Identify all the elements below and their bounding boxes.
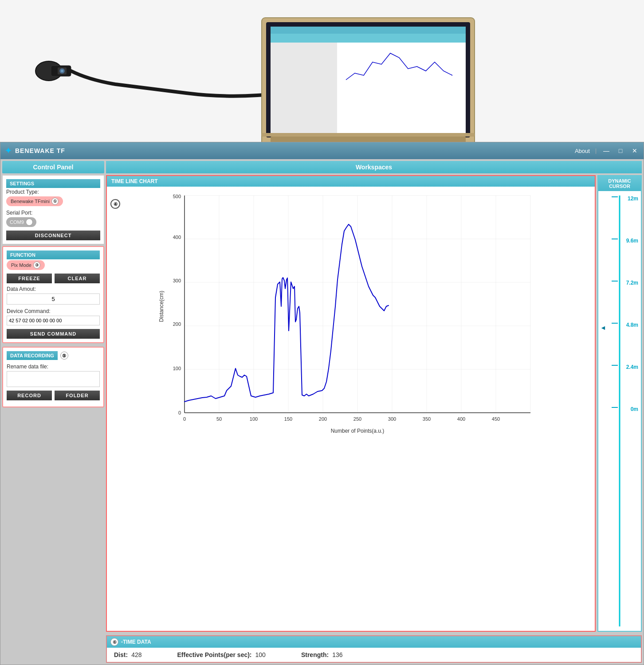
about-button[interactable]: About — [575, 148, 590, 154]
serial-port-value: COM9 — [10, 219, 24, 225]
device-command-input[interactable] — [7, 316, 100, 325]
rt-header: ⑥ -TIME DATA — [107, 636, 641, 648]
data-amount-input[interactable] — [7, 293, 100, 305]
cursor-scale-line — [619, 196, 620, 626]
serial-port-label: Serial Port: — [6, 210, 100, 216]
cursor-scale: 12m 9.6m 7.2m 4.8m ◄ 2.4m 0m — [598, 191, 641, 631]
product-type-tag[interactable]: Benewake TFmini ① — [6, 196, 63, 206]
svg-text:450: 450 — [492, 416, 500, 422]
record-button[interactable]: RECORD — [7, 391, 52, 400]
chart-and-cursor: TIME LINE CHART ④ — [106, 175, 642, 632]
rename-label: Rename data file: — [7, 364, 100, 370]
chart-badge-4: ④ — [110, 199, 120, 209]
serial-port-row: Serial Port: COM9 ② — [6, 210, 100, 227]
cursor-label-12m: 12m — [628, 196, 638, 202]
effective-value: 100 — [255, 651, 266, 658]
tick-9_6m — [612, 239, 618, 239]
folder-button[interactable]: FOLDER — [55, 391, 100, 400]
svg-text:200: 200 — [173, 321, 181, 327]
product-type-value: Benewake TFmini — [11, 199, 50, 204]
chart-title: TIME LINE CHART — [107, 176, 595, 187]
strength-value: 136 — [332, 651, 342, 658]
settings-label: SETTINGS — [6, 179, 100, 188]
effective-item: Effective Points(per sec): 100 — [177, 651, 265, 658]
tick-7_2m — [612, 281, 618, 282]
svg-text:400: 400 — [173, 235, 181, 240]
svg-rect-12 — [271, 34, 337, 133]
left-panel: Control Panel SETTINGS Product Type: Ben… — [2, 161, 104, 663]
pix-mode-value: Pix Mode — [11, 262, 31, 268]
chart-title-label: TIME LINE CHART — [111, 178, 158, 184]
cursor-label-7_2m: 7.2m — [626, 280, 638, 286]
svg-text:350: 350 — [423, 416, 431, 422]
freeze-button[interactable]: FREEZE — [7, 274, 52, 283]
disconnect-button[interactable]: DISCONNECT — [6, 231, 100, 240]
product-type-num: ① — [51, 198, 59, 205]
cursor-label-2_4m: 2.4m — [626, 364, 638, 370]
svg-rect-16 — [262, 133, 475, 137]
product-type-row: Product Type: Benewake TFmini ① — [6, 189, 100, 206]
app-window: ✦ BENEWAKE TF About | — □ ✕ Control Pane… — [0, 142, 644, 665]
data-recording-section: DATA RECORDING ⑤ Rename data file: RECOR… — [2, 347, 104, 407]
realtime-bar: ⑥ -TIME DATA Dist: 428 Effective Points(… — [106, 635, 642, 663]
tick-4_8m — [612, 323, 618, 324]
svg-point-5 — [61, 70, 63, 72]
svg-rect-13 — [337, 34, 466, 133]
app-content: Control Panel SETTINGS Product Type: Ben… — [0, 159, 644, 665]
cursor-label-9_6m: 9.6m — [626, 238, 638, 244]
cursor-arrow-icon: ◄ — [600, 324, 606, 331]
title-bar-right: About | — □ ✕ — [575, 147, 639, 154]
hardware-image — [0, 0, 644, 142]
data-amount-label: Data Amout: — [7, 286, 100, 292]
timeline-chart-svg: 0 100 200 300 400 500 0 50 100 150 — [107, 191, 590, 439]
rt-body: Dist: 428 Effective Points(per sec): 100… — [107, 648, 641, 662]
effective-label: Effective Points(per sec): — [177, 651, 251, 658]
pix-mode-tag[interactable]: Pix Mode ③ — [7, 260, 45, 270]
svg-text:Distance(cm): Distance(cm) — [158, 291, 165, 322]
send-command-button[interactable]: SEND COMMAND — [7, 329, 100, 339]
rename-input[interactable] — [7, 371, 100, 387]
rt-title: -TIME DATA — [121, 639, 151, 645]
pix-mode-num: ③ — [33, 262, 40, 269]
title-bar: ✦ BENEWAKE TF About | — □ ✕ — [0, 142, 644, 159]
svg-text:500: 500 — [173, 194, 181, 199]
app-logo-icon: ✦ — [5, 146, 12, 156]
svg-text:250: 250 — [353, 416, 361, 422]
strength-label: Strength: — [301, 651, 329, 658]
close-button[interactable]: ✕ — [630, 147, 639, 154]
chart-area: TIME LINE CHART ④ — [106, 175, 596, 632]
chart-inner: ④ — [107, 187, 595, 628]
product-type-input-row: Benewake TFmini ① — [6, 196, 100, 206]
title-sep: | — [595, 148, 597, 154]
svg-text:200: 200 — [319, 416, 327, 422]
dynamic-cursor: DYNAMIC CURSOR 12m 9.6m 7.2m 4.8m ◄ 2.4m… — [597, 175, 642, 632]
svg-text:100: 100 — [173, 366, 181, 371]
svg-text:300: 300 — [388, 416, 396, 422]
svg-text:0: 0 — [178, 410, 181, 415]
data-recording-label: DATA RECORDING — [7, 351, 58, 360]
cursor-label-0m: 0m — [631, 406, 638, 412]
dist-value: 428 — [131, 651, 141, 658]
minimize-button[interactable]: — — [602, 147, 611, 154]
title-bar-left: ✦ BENEWAKE TF — [5, 146, 65, 156]
svg-text:150: 150 — [284, 416, 292, 422]
function-label: FUNCTION — [7, 250, 100, 259]
svg-text:400: 400 — [457, 416, 465, 422]
maximize-button[interactable]: □ — [616, 147, 625, 154]
svg-text:0: 0 — [183, 416, 186, 422]
clear-button[interactable]: CLEAR — [55, 274, 100, 283]
tick-12m — [612, 196, 618, 197]
svg-rect-17 — [271, 137, 466, 142]
top-image-area — [0, 0, 644, 142]
workspace-header: Workspaces — [106, 161, 642, 173]
control-panel-header: Control Panel — [2, 161, 104, 173]
svg-text:Number of Points(a.u.): Number of Points(a.u.) — [331, 428, 385, 434]
data-recording-badge: ⑤ — [60, 352, 68, 360]
device-command-row: Device Command: — [7, 308, 100, 325]
data-recording-header-row: DATA RECORDING ⑤ — [7, 351, 100, 360]
pix-mode-row: Pix Mode ③ — [7, 260, 100, 270]
right-panel: Workspaces TIME LINE CHART ④ — [106, 161, 642, 663]
product-type-label: Product Type: — [6, 189, 100, 195]
serial-port-tag[interactable]: COM9 ② — [6, 217, 36, 227]
dynamic-cursor-title: DYNAMIC CURSOR — [598, 176, 641, 191]
